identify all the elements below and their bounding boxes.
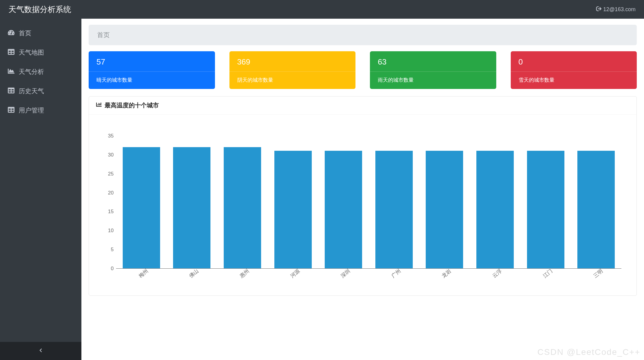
chart-bar-slot (571, 136, 621, 268)
chart-bar-slot (470, 136, 520, 268)
x-tick-label: 深圳 (339, 268, 357, 286)
card-label: 晴天的城市数量 (89, 71, 215, 89)
chart-bar[interactable] (476, 151, 514, 268)
chart-bar[interactable] (325, 151, 362, 268)
card-value: 63 (370, 51, 496, 71)
chart-bar-slot (167, 136, 217, 268)
x-tick-label: 梅州 (137, 268, 155, 286)
chart-bars (116, 136, 621, 268)
chart-bar-slot (419, 136, 470, 268)
panel-body: 05101520253035 梅州佛山惠州河源深圳广州龙岩云浮江门三明 (89, 115, 636, 295)
dashboard-icon (8, 29, 14, 37)
table-icon (8, 106, 14, 115)
chart-bar[interactable] (224, 147, 261, 268)
x-label-slot: 三明 (571, 268, 621, 286)
chart-bar-slot (369, 136, 419, 268)
x-tick-label: 龙岩 (440, 268, 458, 286)
card-label: 阴天的城市数量 (229, 71, 356, 89)
card-value: 369 (229, 51, 356, 71)
card-value: 0 (511, 51, 637, 71)
chevron-left-icon (39, 348, 43, 354)
x-label-slot: 佛山 (167, 268, 217, 286)
sidebar-collapse-button[interactable] (0, 342, 81, 360)
chart-bar-slot (268, 136, 318, 268)
sidebar-item-home[interactable]: 首页 (0, 24, 81, 43)
card-label: 雨天的城市数量 (370, 71, 496, 89)
chart-bar[interactable] (375, 151, 413, 268)
card-rainy: 63 雨天的城市数量 (370, 51, 496, 89)
sidebar-item-history[interactable]: 历史天气 (0, 81, 81, 101)
sidebar-item-map[interactable]: 天气地图 (0, 43, 81, 62)
sidebar-item-label: 首页 (19, 29, 31, 37)
table-icon (8, 87, 14, 95)
y-tick-label: 30 (104, 152, 114, 158)
y-tick-label: 35 (104, 133, 114, 139)
x-tick-label: 云浮 (491, 268, 509, 286)
summary-cards: 57 晴天的城市数量 369 阴天的城市数量 63 雨天的城市数量 0 雪天的城… (89, 51, 637, 89)
y-tick-label: 20 (104, 190, 114, 196)
card-sunny: 57 晴天的城市数量 (89, 51, 215, 89)
x-label-slot: 云浮 (470, 268, 520, 286)
app-title: 天气数据分析系统 (8, 4, 71, 15)
sidebar-item-label: 天气分析 (19, 68, 44, 76)
x-tick-label: 江门 (541, 268, 559, 286)
chart-bar[interactable] (527, 151, 564, 268)
card-value: 57 (89, 51, 215, 71)
logout-icon (596, 6, 601, 13)
breadcrumb: 首页 (89, 25, 637, 45)
x-tick-label: 佛山 (188, 268, 206, 286)
topbar: 天气数据分析系统 12@163.com (0, 0, 644, 19)
chart-bar[interactable] (577, 151, 615, 268)
chart-bar[interactable] (123, 147, 160, 268)
table-icon (8, 49, 14, 57)
user-menu[interactable]: 12@163.com (596, 6, 636, 13)
chart-bar[interactable] (173, 147, 210, 268)
bar-chart: 05101520253035 梅州佛山惠州河源深圳广州龙岩云浮江门三明 (95, 136, 630, 286)
x-tick-label: 广州 (390, 268, 408, 286)
chart-icon (8, 68, 14, 76)
bar-chart-icon (96, 102, 102, 109)
x-label-slot: 梅州 (116, 268, 167, 286)
x-label-slot: 广州 (369, 268, 419, 286)
x-label-slot: 龙岩 (419, 268, 470, 286)
x-tick-label: 三明 (592, 268, 610, 286)
chart-panel: 最高温度的十个城市 05101520253035 梅州佛山惠州河源深圳广州龙岩云… (89, 96, 637, 296)
x-label-slot: 惠州 (217, 268, 268, 286)
y-tick-label: 25 (104, 171, 114, 177)
x-label-slot: 河源 (268, 268, 318, 286)
x-label-slot: 江门 (520, 268, 571, 286)
y-tick-label: 5 (104, 247, 114, 253)
sidebar-item-label: 天气地图 (19, 48, 44, 57)
card-snowy: 0 雪天的城市数量 (511, 51, 637, 89)
sidebar: 首页 天气地图 天气分析 历史天气 用户管理 (0, 19, 81, 360)
y-tick-label: 15 (104, 209, 114, 215)
user-label: 12@163.com (603, 6, 636, 13)
sidebar-item-label: 用户管理 (19, 106, 44, 115)
chart-bar-slot (318, 136, 369, 268)
main-content: 首页 57 晴天的城市数量 369 阴天的城市数量 63 雨天的城市数量 0 雪… (81, 19, 644, 360)
card-cloudy: 369 阴天的城市数量 (229, 51, 356, 89)
sidebar-item-label: 历史天气 (19, 87, 44, 95)
chart-bar-slot (217, 136, 268, 268)
sidebar-nav: 首页 天气地图 天气分析 历史天气 用户管理 (0, 19, 81, 342)
x-tick-label: 惠州 (238, 268, 256, 286)
chart-bar-slot (520, 136, 571, 268)
x-tick-label: 河源 (289, 268, 307, 286)
panel-title: 最高温度的十个城市 (105, 101, 159, 109)
y-tick-label: 0 (104, 266, 114, 272)
panel-header: 最高温度的十个城市 (89, 96, 636, 115)
chart-bar-slot (116, 136, 167, 268)
card-label: 雪天的城市数量 (511, 71, 637, 89)
chart-bar[interactable] (426, 151, 463, 268)
y-tick-label: 10 (104, 228, 114, 234)
x-label-slot: 深圳 (318, 268, 369, 286)
sidebar-item-analysis[interactable]: 天气分析 (0, 62, 81, 81)
chart-bar[interactable] (274, 151, 312, 268)
sidebar-item-users[interactable]: 用户管理 (0, 101, 81, 120)
